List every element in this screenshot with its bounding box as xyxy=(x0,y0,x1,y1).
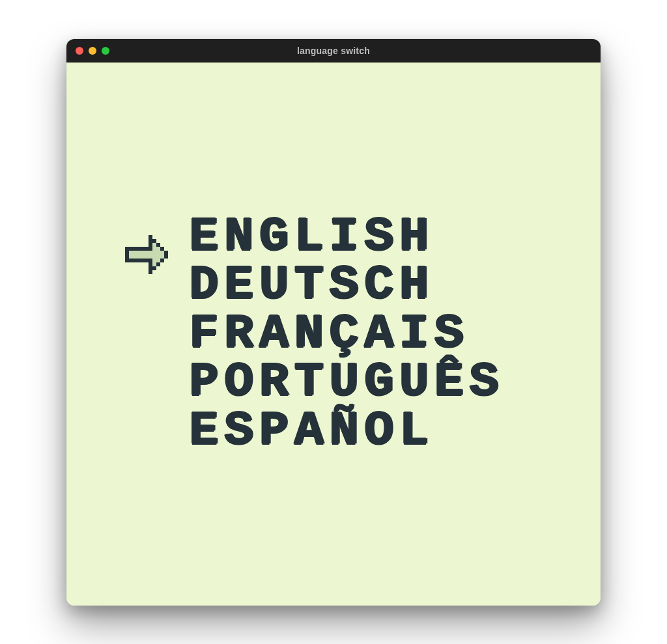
language-option-espanol[interactable]: Español xyxy=(125,409,489,453)
desktop-backdrop: language switch English Deutsch Français xyxy=(0,0,667,644)
language-menu: English Deutsch Français Português Españ xyxy=(125,215,489,453)
language-option-francais[interactable]: Français xyxy=(125,312,489,356)
app-window: language switch English Deutsch Français xyxy=(66,39,601,606)
selection-cursor-slot xyxy=(125,268,171,304)
selection-cursor-slot xyxy=(125,413,171,449)
language-label: Deutsch xyxy=(189,263,434,307)
language-option-portugues[interactable]: Português xyxy=(125,360,489,404)
language-label: Español xyxy=(189,409,434,453)
minimize-icon[interactable] xyxy=(89,47,96,55)
language-label: Français xyxy=(189,312,469,356)
selection-cursor-slot xyxy=(125,364,171,400)
language-label: English xyxy=(189,215,434,259)
selection-cursor-slot xyxy=(125,316,171,352)
window-title: language switch xyxy=(66,46,601,56)
arrow-right-icon xyxy=(125,235,129,239)
language-option-deutsch[interactable]: Deutsch xyxy=(125,263,489,307)
zoom-icon[interactable] xyxy=(102,47,109,55)
game-screen: English Deutsch Français Português Españ xyxy=(66,63,601,606)
window-controls xyxy=(76,47,109,55)
close-icon[interactable] xyxy=(76,47,83,55)
language-option-english[interactable]: English xyxy=(125,215,489,259)
window-titlebar[interactable]: language switch xyxy=(66,39,601,63)
language-label: Português xyxy=(189,360,504,404)
selection-cursor-slot xyxy=(125,219,171,255)
